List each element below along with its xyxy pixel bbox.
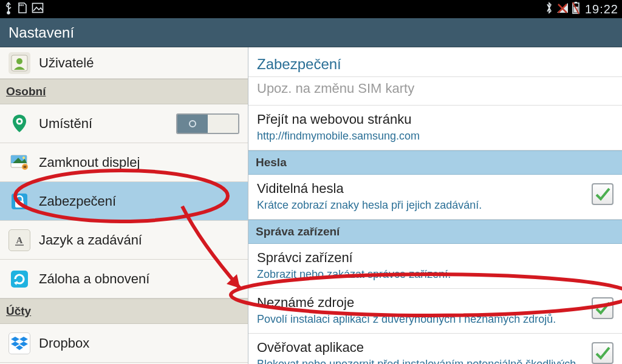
sidebar-item-backup[interactable]: Záloha a obnovení: [0, 260, 248, 298]
sidebar: Uživatelé Osobní Umístění Zamknout displ…: [0, 47, 248, 364]
row-unknown-sources[interactable]: Neznámé zdroje Povolí instalaci aplikací…: [248, 289, 622, 334]
lock-icon: [9, 190, 30, 212]
row-desc: Blokovat nebo upozornit před instalování…: [257, 358, 586, 364]
page-title: Nastavení: [9, 24, 74, 41]
svg-point-12: [16, 58, 22, 64]
sidebar-item-dropbox[interactable]: Dropbox: [0, 324, 248, 363]
sidebar-item-location[interactable]: Umístění: [0, 104, 248, 143]
sidebar-category-accounts: Účty: [0, 298, 248, 324]
svg-marker-31: [19, 342, 28, 346]
sidebar-item-label: Umístění: [39, 116, 92, 132]
signal-icon: [556, 2, 569, 17]
sidebar-item-label: Uživatelé: [39, 55, 94, 71]
status-bar: 19:22: [0, 0, 622, 18]
svg-point-23: [18, 203, 21, 205]
sidebar-category-personal: Osobní: [0, 79, 248, 104]
sidebar-item-label: Zamknout displej: [39, 155, 140, 170]
row-desc: Krátce zobrazí znaky hesla při jejich za…: [257, 199, 586, 212]
battery-icon: [572, 1, 580, 18]
svg-point-14: [18, 120, 21, 123]
row-title: Ověřovat aplikace: [257, 340, 586, 356]
bluetooth-icon: [545, 1, 553, 18]
title-bar: Nastavení: [0, 18, 622, 47]
row-desc: http://findmymobile.samsung.com: [257, 130, 613, 143]
row-desc: Povolí instalaci aplikací z důvěryhodnýc…: [257, 313, 586, 326]
sidebar-item-users[interactable]: Uživatelé: [0, 47, 248, 79]
svg-marker-29: [19, 337, 28, 342]
user-icon: [9, 52, 30, 74]
sidebar-item-label: Dropbox: [39, 335, 89, 351]
row-device-admins[interactable]: Správci zařízení Zobrazit nebo zakázat s…: [248, 244, 622, 289]
lockscreen-icon: [9, 152, 30, 174]
row-title: Viditelná hesla: [257, 181, 586, 197]
sidebar-item-label: Zabezpečení: [39, 194, 116, 209]
clock: 19:22: [585, 2, 618, 16]
image-icon: [32, 2, 44, 16]
svg-point-0: [7, 12, 10, 14]
row-verify-apps[interactable]: Ověřovat aplikace Blokovat nebo upozorni…: [248, 334, 622, 364]
sidebar-item-security[interactable]: Zabezpečení: [0, 182, 248, 221]
row-title: Neznámé zdroje: [257, 295, 586, 311]
svg-rect-20: [24, 166, 27, 168]
row-title: Správci zařízení: [257, 250, 613, 266]
svg-text:A: A: [16, 235, 23, 245]
usb-icon: [4, 1, 13, 18]
svg-marker-28: [11, 337, 19, 342]
location-toggle[interactable]: [176, 113, 239, 134]
settings-panel: Zabezpečení Upoz. na změnu SIM karty Pře…: [248, 47, 622, 364]
svg-marker-32: [16, 345, 23, 350]
sidebar-item-label: Záloha a obnovení: [39, 271, 149, 287]
svg-rect-26: [11, 271, 28, 288]
svg-rect-8: [575, 2, 577, 3]
dropbox-icon: [9, 332, 30, 354]
checkbox-unknown-sources[interactable]: [592, 297, 613, 319]
sidebar-item-lockscreen[interactable]: Zamknout displej: [0, 143, 248, 182]
sd-card-icon: [17, 2, 28, 17]
sidebar-item-label: Jazyk a zadávání: [39, 232, 142, 248]
backup-icon: [9, 268, 30, 290]
row-title: Přejít na webovou stránku: [257, 112, 613, 127]
checkbox-visible-passwords[interactable]: [592, 183, 613, 205]
panel-title: Zabezpečení: [248, 47, 622, 77]
row-open-website[interactable]: Přejít na webovou stránku http://findmym…: [248, 106, 622, 150]
group-passwords: Hesla: [248, 150, 622, 175]
svg-marker-30: [11, 342, 19, 346]
row-visible-passwords[interactable]: Viditelná hesla Krátce zobrazí znaky hes…: [248, 175, 622, 220]
sidebar-item-language[interactable]: A Jazyk a zadávání: [0, 221, 248, 260]
row-desc: Zobrazit nebo zakázat správce zařízení.: [257, 268, 613, 281]
location-icon: [9, 113, 30, 135]
checkbox-verify-apps[interactable]: [592, 342, 613, 364]
svg-point-18: [22, 157, 25, 159]
sim-change-note[interactable]: Upoz. na změnu SIM karty: [248, 77, 622, 106]
group-device-admin: Správa zařízení: [248, 220, 622, 244]
language-icon: A: [9, 229, 30, 251]
